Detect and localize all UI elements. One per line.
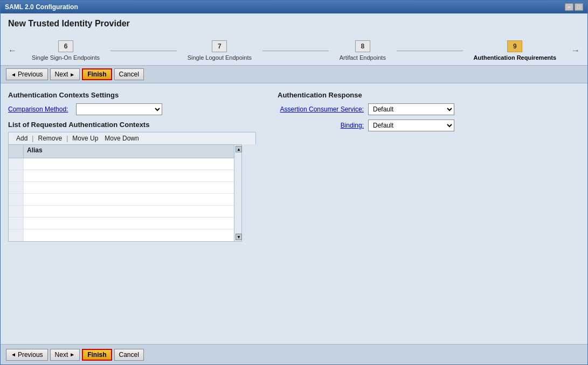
auth-contexts-title: Authentication Contexts Settings (8, 91, 256, 99)
wizard-step-7: 7 Single Logout Endpoints (188, 40, 252, 61)
comparison-method-select[interactable]: exact minimum maximum better (76, 103, 162, 115)
table-row[interactable] (9, 182, 234, 194)
window-title: SAML 2.0 Configuration (5, 3, 78, 11)
step-6-label: Single Sign-On Endpoints (32, 54, 100, 61)
bottom-finish-button[interactable]: Finish (82, 349, 112, 361)
row-data-4 (24, 194, 234, 205)
wizard-step-8: 8 Artifact Endpoints (340, 40, 386, 61)
row-data-3 (24, 182, 234, 193)
main-content: New Trusted Identity Provider ← 6 Single… (1, 13, 587, 364)
step-8-number[interactable]: 8 (355, 40, 370, 52)
wizard-arrow-right: → (571, 46, 580, 55)
remove-context-button[interactable]: Remove (34, 134, 65, 143)
top-cancel-button[interactable]: Cancel (114, 68, 144, 80)
row-check-4 (9, 194, 24, 205)
page-title: New Trusted Identity Provider (8, 19, 580, 29)
table-row[interactable] (9, 158, 234, 170)
step-9-number[interactable]: 9 (507, 40, 522, 52)
row-check-7 (9, 229, 24, 241)
bottom-cancel-button[interactable]: Cancel (114, 349, 144, 361)
step-7-number[interactable]: 7 (212, 40, 227, 52)
top-finish-button[interactable]: Finish (82, 68, 112, 80)
row-data-6 (24, 217, 234, 229)
step-connector-1 (110, 51, 177, 51)
top-previous-button[interactable]: ◄ Previous (6, 68, 48, 80)
bottom-next-label: Next (55, 351, 68, 359)
list-toolbar: Add | Remove | Move Up Move Down (8, 132, 256, 144)
wizard-step-9: 9 Authentication Requirements (474, 40, 556, 61)
auth-response-title: Authentication Response (278, 91, 580, 99)
add-context-button[interactable]: Add (13, 134, 31, 143)
binding-select[interactable]: Default POST Artifact Redirect (368, 120, 454, 131)
next-arrow-icon: ► (70, 72, 75, 78)
row-check-1 (9, 158, 24, 170)
step-connector-3 (397, 51, 463, 51)
row-data-7 (24, 229, 234, 241)
table-row[interactable] (9, 217, 234, 229)
bottom-next-button[interactable]: Next ► (50, 349, 80, 361)
wizard-steps: ← 6 Single Sign-On Endpoints 7 Single Lo… (1, 37, 587, 65)
wizard-step-6: 6 Single Sign-On Endpoints (32, 40, 100, 61)
step-8-label: Artifact Endpoints (340, 54, 386, 61)
comparison-method-label[interactable]: Comparison Method: (8, 106, 73, 113)
row-data-1 (24, 158, 234, 170)
table-row[interactable] (9, 194, 234, 206)
scroll-up-btn[interactable]: ▲ (236, 146, 242, 152)
bottom-finish-label: Finish (87, 351, 106, 359)
bottom-previous-label: Previous (18, 351, 43, 359)
bottom-toolbar: ◄ Previous Next ► Finish Cancel (1, 344, 587, 364)
top-next-label: Next (55, 71, 68, 78)
bottom-previous-button[interactable]: ◄ Previous (6, 349, 48, 361)
title-bar: SAML 2.0 Configuration − □ (1, 1, 587, 13)
bottom-cancel-label: Cancel (119, 351, 139, 359)
row-check-2 (9, 170, 24, 181)
top-previous-label: Previous (18, 71, 43, 78)
binding-label[interactable]: Binding: (278, 122, 364, 129)
bottom-prev-arrow-icon: ◄ (11, 352, 16, 357)
step-9-label: Authentication Requirements (474, 54, 556, 61)
top-next-button[interactable]: Next ► (50, 68, 80, 80)
check-col-header (9, 145, 24, 158)
table-row[interactable] (9, 170, 234, 182)
main-window: SAML 2.0 Configuration − □ New Trusted I… (0, 0, 588, 365)
page-header: New Trusted Identity Provider (1, 13, 587, 37)
minimize-button[interactable]: − (565, 3, 573, 11)
top-finish-label: Finish (87, 71, 106, 78)
left-panel: Authentication Contexts Settings Compari… (8, 91, 256, 336)
table-row[interactable] (9, 206, 234, 217)
content-area: Authentication Contexts Settings Compari… (1, 83, 587, 344)
wizard-arrow-left: ← (8, 46, 17, 55)
step-6-number[interactable]: 6 (58, 40, 73, 52)
separator-2: | (66, 135, 68, 142)
maximize-button[interactable]: □ (575, 3, 583, 11)
binding-row: Binding: Default POST Artifact Redirect (278, 120, 580, 131)
comparison-method-row: Comparison Method: exact minimum maximum… (8, 103, 256, 115)
step-7-label: Single Logout Endpoints (188, 54, 252, 61)
step-connector-2 (262, 51, 329, 51)
move-up-button[interactable]: Move Up (69, 134, 101, 143)
assertion-consumer-row: Assertion Consumer Service: Default POST… (278, 103, 580, 115)
row-data-2 (24, 170, 234, 181)
bottom-next-arrow-icon: ► (70, 352, 75, 357)
separator-1: | (32, 135, 33, 142)
prev-arrow-icon: ◄ (11, 72, 16, 78)
auth-contexts-table: Alias (8, 144, 234, 242)
row-check-6 (9, 217, 24, 229)
list-wrapper: Alias (8, 144, 256, 242)
table-header: Alias (9, 145, 234, 158)
list-section-title: List of Requested Authentication Context… (8, 121, 256, 129)
move-down-button[interactable]: Move Down (101, 134, 142, 143)
top-cancel-label: Cancel (119, 71, 139, 78)
assertion-consumer-select[interactable]: Default POST Artifact (368, 103, 454, 115)
row-check-3 (9, 182, 24, 193)
top-toolbar: ◄ Previous Next ► Finish Cancel (1, 65, 587, 83)
row-check-5 (9, 206, 24, 217)
title-bar-buttons: − □ (565, 3, 583, 11)
table-row[interactable] (9, 229, 234, 241)
row-data-5 (24, 206, 234, 217)
assertion-consumer-label[interactable]: Assertion Consumer Service: (278, 106, 364, 113)
list-scrollbar[interactable]: ▲ ▼ (234, 144, 242, 242)
alias-col-header: Alias (24, 145, 234, 158)
right-panel: Authentication Response Assertion Consum… (278, 91, 580, 336)
scroll-down-btn[interactable]: ▼ (236, 234, 242, 240)
